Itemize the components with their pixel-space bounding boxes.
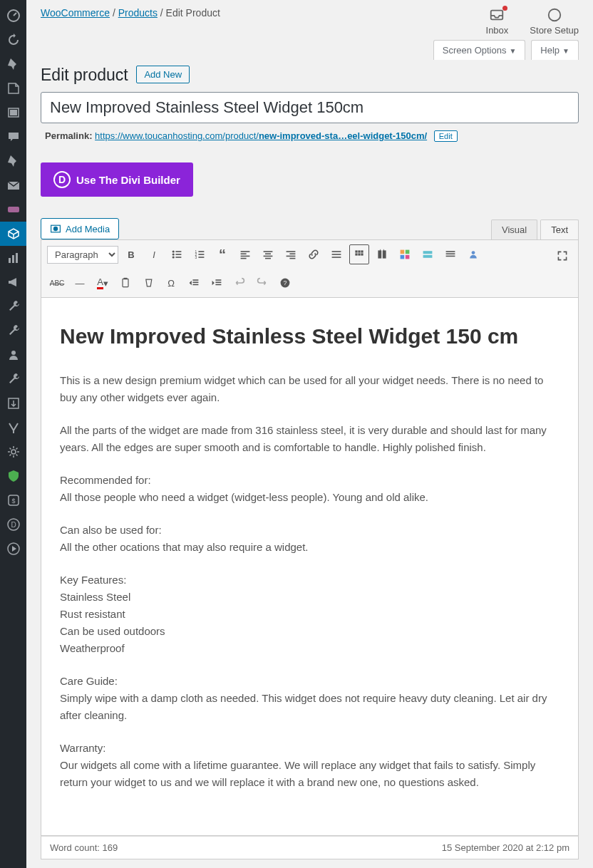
svg-rect-57 bbox=[401, 255, 405, 259]
products-icon[interactable] bbox=[0, 222, 26, 246]
bold-button[interactable]: B bbox=[121, 244, 141, 264]
svg-point-22 bbox=[172, 253, 175, 255]
svg-rect-25 bbox=[175, 257, 181, 258]
svg-rect-54 bbox=[383, 250, 386, 258]
paste-button[interactable] bbox=[115, 273, 135, 293]
svg-rect-21 bbox=[175, 251, 181, 252]
yoast-icon[interactable] bbox=[0, 415, 26, 440]
svg-rect-32 bbox=[241, 251, 250, 252]
cache-icon[interactable]: $ bbox=[0, 488, 26, 512]
number-list-button[interactable]: 123 bbox=[190, 244, 210, 264]
product-title-input[interactable] bbox=[41, 92, 579, 123]
add-new-button[interactable]: Add New bbox=[136, 66, 190, 83]
indent-button[interactable] bbox=[207, 273, 227, 293]
inbox-button[interactable]: Inbox bbox=[486, 7, 509, 36]
svg-rect-39 bbox=[265, 258, 271, 259]
edit-slug-button[interactable]: Edit bbox=[434, 130, 458, 142]
svg-rect-53 bbox=[378, 250, 381, 258]
bullet-list-button[interactable] bbox=[167, 244, 187, 264]
editor-statusbar: Word count: 169 15 September 2020 at 2:1… bbox=[41, 836, 579, 859]
settings-wrench-icon[interactable] bbox=[0, 367, 26, 391]
hr-button[interactable]: — bbox=[70, 273, 90, 293]
outdent-button[interactable] bbox=[184, 273, 204, 293]
last-modified: 15 September 2020 at 2:12 pm bbox=[442, 842, 569, 853]
breadcrumb-products[interactable]: Products bbox=[118, 7, 158, 19]
svg-rect-71 bbox=[215, 281, 221, 283]
svg-rect-52 bbox=[361, 253, 363, 255]
store-setup-button[interactable]: Store Setup bbox=[530, 7, 579, 36]
svg-rect-36 bbox=[264, 251, 273, 252]
tab-text[interactable]: Text bbox=[540, 219, 579, 239]
media-icon[interactable] bbox=[0, 100, 26, 125]
svg-rect-37 bbox=[265, 253, 271, 254]
format-select[interactable]: Paragraph bbox=[47, 246, 118, 264]
align-right-button[interactable] bbox=[281, 244, 301, 264]
italic-button[interactable]: I bbox=[144, 244, 164, 264]
svg-rect-27 bbox=[198, 251, 204, 252]
svg-rect-38 bbox=[264, 256, 273, 257]
redo-button[interactable] bbox=[252, 273, 272, 293]
screen-options-button[interactable]: Screen Options▼ bbox=[433, 40, 526, 60]
play-icon[interactable] bbox=[0, 537, 26, 561]
comments-icon[interactable] bbox=[0, 125, 26, 149]
svg-rect-43 bbox=[289, 258, 295, 259]
svg-rect-59 bbox=[423, 251, 433, 254]
toolbar-toggle-button[interactable] bbox=[349, 244, 369, 264]
align-center-button[interactable] bbox=[258, 244, 278, 264]
dashboard-icon[interactable] bbox=[0, 4, 26, 28]
textcolor-button[interactable]: A ▾ bbox=[93, 273, 113, 293]
help-button[interactable]: Help▼ bbox=[531, 40, 579, 60]
more-button[interactable] bbox=[326, 244, 346, 264]
updates-icon[interactable] bbox=[0, 28, 26, 52]
svg-text:D: D bbox=[11, 521, 16, 529]
quote-button[interactable]: “ bbox=[212, 244, 232, 264]
highlight-button[interactable] bbox=[418, 244, 438, 264]
special-char-button[interactable]: Ω bbox=[161, 273, 181, 293]
svg-rect-4 bbox=[8, 207, 19, 212]
tools-icon[interactable] bbox=[0, 319, 26, 343]
tab-visual[interactable]: Visual bbox=[491, 219, 537, 239]
svg-rect-49 bbox=[361, 250, 363, 252]
svg-rect-48 bbox=[358, 250, 360, 252]
shield-icon[interactable] bbox=[0, 464, 26, 488]
mail-icon[interactable] bbox=[0, 173, 26, 197]
clear-format-button[interactable] bbox=[138, 273, 158, 293]
svg-rect-68 bbox=[192, 281, 198, 283]
undo-button[interactable] bbox=[230, 273, 249, 293]
pin2-icon[interactable] bbox=[0, 149, 26, 173]
divi-icon[interactable]: D bbox=[0, 512, 26, 537]
editor-content[interactable]: New Improved Stainless Steel Widget 150 … bbox=[41, 298, 579, 836]
export-icon[interactable] bbox=[0, 391, 26, 415]
fullscreen-button[interactable] bbox=[552, 246, 572, 266]
align-left-button[interactable] bbox=[235, 244, 255, 264]
wrench-icon[interactable] bbox=[0, 294, 26, 319]
justify-button[interactable] bbox=[440, 244, 460, 264]
pin-icon[interactable] bbox=[0, 52, 26, 76]
svg-rect-65 bbox=[123, 279, 128, 286]
svg-rect-7 bbox=[16, 253, 18, 263]
svg-rect-46 bbox=[332, 257, 341, 258]
svg-rect-69 bbox=[192, 284, 198, 286]
divi-builder-button[interactable]: D Use The Divi Builder bbox=[41, 162, 193, 197]
svg-rect-44 bbox=[332, 251, 341, 252]
users-icon[interactable] bbox=[0, 343, 26, 367]
woo-icon[interactable] bbox=[0, 197, 26, 222]
gear-icon[interactable] bbox=[0, 440, 26, 464]
add-media-button[interactable]: Add Media bbox=[41, 218, 119, 239]
svg-rect-56 bbox=[406, 250, 410, 254]
help-icon-button[interactable]: ? bbox=[275, 273, 295, 293]
breadcrumb-woo[interactable]: WooCommerce bbox=[41, 7, 110, 19]
megaphone-icon[interactable] bbox=[0, 270, 26, 294]
strikethrough-button[interactable]: ABC bbox=[47, 273, 67, 293]
permalink-link[interactable]: https://www.toucanhosting.com/product/ne… bbox=[95, 130, 427, 141]
analytics-icon[interactable] bbox=[0, 246, 26, 270]
svg-rect-47 bbox=[355, 250, 357, 252]
link-button[interactable] bbox=[304, 244, 324, 264]
svg-rect-2 bbox=[10, 110, 17, 115]
posts-icon[interactable] bbox=[0, 76, 26, 100]
user-icon-button[interactable] bbox=[463, 244, 483, 264]
svg-rect-42 bbox=[287, 256, 296, 257]
svg-rect-40 bbox=[287, 251, 296, 252]
columns-button[interactable] bbox=[372, 244, 392, 264]
apps-color-button[interactable] bbox=[395, 244, 415, 264]
